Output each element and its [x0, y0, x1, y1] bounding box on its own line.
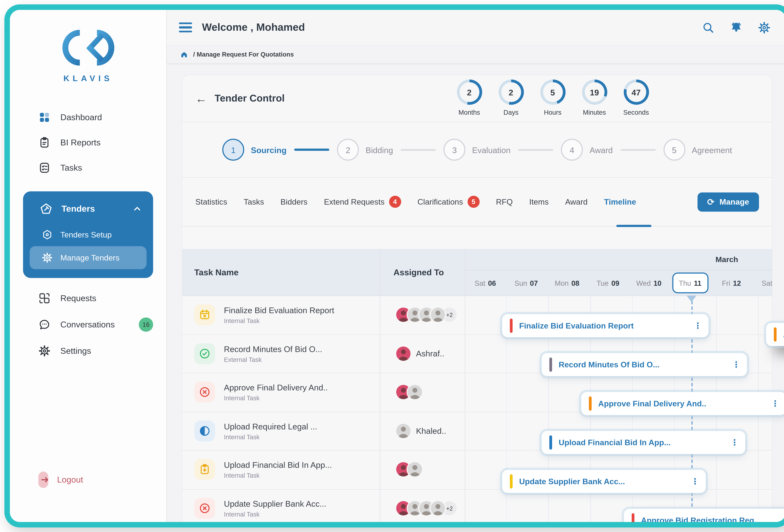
countdown-label: Days — [503, 109, 519, 116]
grid-icon — [38, 111, 51, 123]
task-name: Upload Required Legal ... — [224, 421, 317, 431]
day-header: Sat06 — [465, 270, 506, 296]
task-name: Upload Financial Bid In App... — [224, 460, 332, 470]
sidebar-item-requests[interactable]: Requests — [10, 286, 166, 311]
countdown-minutes: 19Minutes — [579, 80, 610, 116]
column-separator — [380, 249, 381, 296]
countdown-value: 19 — [582, 80, 607, 105]
calendar-x-icon — [194, 304, 215, 325]
step-agreement[interactable]: 5Agreement — [663, 139, 732, 161]
gantt-bar[interactable]: Approve Bid Registration Req...⋮ — [624, 509, 784, 522]
day-header-current[interactable]: Thu11 — [672, 273, 708, 293]
step-evaluation[interactable]: 3Evaluation — [444, 139, 510, 161]
day-of-week: Sat — [475, 279, 485, 287]
gantt-bar[interactable]: Record Minutes Of Bid O...⋮ — [542, 353, 747, 376]
manage-button[interactable]: ⟳ Manage — [697, 192, 759, 211]
assigned-cell — [395, 450, 464, 489]
bar-label: Record Minutes Of Bid O... — [559, 360, 660, 369]
home-icon[interactable] — [180, 50, 188, 58]
tab-statistics[interactable]: Statistics — [195, 197, 227, 206]
task-type: Internal Task — [224, 472, 332, 479]
countdown-ring: 19 — [582, 80, 607, 105]
kebab-menu-icon[interactable]: ⋮ — [732, 360, 740, 370]
gantt-bar[interactable]: Finalize Bid Evaluation Report⋮ — [502, 314, 708, 337]
task-cell: Update Supplier Bank Acc...Internal Task — [194, 489, 375, 522]
gantt-bar[interactable]: Upload Financial Bid In App...⋮ — [542, 431, 746, 454]
assignee-name: Khaled.. — [416, 426, 446, 436]
step-sourcing[interactable]: 1Sourcing — [222, 139, 287, 161]
brand-logo: KLAVIS — [10, 10, 166, 83]
bell-icon[interactable] — [730, 21, 743, 34]
tab-items[interactable]: Items — [529, 197, 549, 206]
active-tab-underline — [616, 225, 651, 227]
sidebar-item-conversations[interactable]: Conversations16 — [10, 311, 166, 338]
sidebar-item-dashboard[interactable]: Dashboard — [10, 105, 166, 130]
bar-status-tick — [589, 396, 592, 411]
sidebar-item-settings[interactable]: Settings — [10, 338, 166, 363]
sidebar-item-bi-reports[interactable]: BI Reports — [10, 130, 166, 155]
bar-label: Upload Financial Bid In App... — [559, 438, 671, 447]
kebab-menu-icon[interactable]: ⋮ — [694, 321, 702, 331]
menu-toggle-icon[interactable] — [179, 23, 192, 32]
chevron-up-icon[interactable] — [132, 204, 142, 214]
clipboard-icon — [38, 137, 51, 149]
sidebar-item-label: Tasks — [60, 163, 82, 173]
tab-rfq[interactable]: RFQ — [496, 197, 513, 206]
main-area: Welcome , Mohamed / Manage Request For Q… — [167, 10, 784, 522]
step-bidding[interactable]: 2Bidding — [337, 139, 393, 161]
kebab-menu-icon[interactable]: ⋮ — [771, 399, 780, 409]
sidebar-group-label: Tenders — [61, 204, 123, 214]
gear-icon[interactable] — [758, 21, 771, 34]
day-of-week: Sat — [762, 279, 772, 287]
tab-label: Timeline — [604, 197, 636, 206]
back-arrow-icon[interactable]: ← — [195, 92, 207, 105]
tab-clarifications[interactable]: Clarifications5 — [417, 196, 479, 208]
tab-label: Statistics — [195, 197, 227, 206]
gantt-bar[interactable]: Update Supplier Bank Acc...⋮ — [502, 470, 706, 493]
kebab-menu-icon[interactable]: ⋮ — [691, 477, 699, 486]
sidebar-item-tenders-setup[interactable]: Tenders Setup — [30, 223, 147, 246]
tab-bidders[interactable]: Bidders — [281, 197, 307, 206]
task-text: Upload Financial Bid In App...Internal T… — [224, 460, 332, 479]
bar-status-tick — [774, 327, 777, 342]
tab-label: Award — [565, 197, 588, 206]
assignee-name: Ashraf.. — [416, 349, 444, 358]
sidebar-menu-lower: RequestsConversations16Settings — [10, 286, 166, 363]
logout-button[interactable]: Logout — [38, 472, 83, 488]
countdown-value: 5 — [540, 80, 565, 105]
day-header: Mon08 — [547, 270, 588, 296]
pentagon-icon — [39, 202, 53, 215]
countdown-ring: 47 — [623, 80, 649, 105]
avatar — [395, 345, 412, 362]
countdown-label: Months — [458, 109, 480, 116]
day-of-week: Fri — [722, 279, 730, 287]
bar-label: Update Supplier Bank Acc... — [519, 477, 625, 486]
day-of-week: Mon — [555, 279, 569, 287]
bar-status-tick — [632, 513, 635, 522]
page-title: Welcome , Mohamed — [202, 22, 305, 33]
tab-timeline[interactable]: Timeline — [604, 197, 636, 206]
sidebar-item-tenders[interactable]: Tenders — [30, 199, 147, 223]
task-name: Record Minutes Of Bid O... — [224, 344, 322, 354]
sidebar-item-tasks[interactable]: Tasks — [10, 155, 166, 180]
column-header-assigned-to: Assigned To — [394, 249, 444, 296]
tab-tasks[interactable]: Tasks — [244, 197, 264, 206]
step-award[interactable]: 4Award — [561, 139, 613, 161]
step-number: 5 — [663, 139, 685, 161]
task-text: Upload Required Legal ...Internal Task — [224, 421, 317, 440]
kebab-menu-icon[interactable]: ⋮ — [731, 438, 739, 447]
current-day-pointer — [687, 296, 697, 302]
sidebar-item-manage-tenders[interactable]: Manage Tenders — [30, 246, 147, 269]
tab-extend-requests[interactable]: Extend Requests4 — [324, 196, 401, 208]
check-circle-icon — [194, 343, 215, 364]
tender-control-card: ← Tender Control 2Months2Days5Hours19Min… — [182, 75, 773, 522]
tab-award[interactable]: Award — [565, 197, 588, 206]
task-type: Internal Task — [224, 511, 327, 518]
gantt-bar[interactable]: Approve Extend⋮ — [766, 323, 784, 346]
search-icon[interactable] — [702, 21, 715, 34]
tab-label: Tasks — [244, 197, 264, 206]
day-number: 09 — [611, 279, 619, 287]
klavis-logo-icon — [56, 26, 120, 69]
gantt-bar[interactable]: Approve Final Delivery And..⋮ — [581, 392, 784, 415]
gantt-header: Task Name Assigned To March Sat06Sun07Mo… — [182, 249, 772, 296]
